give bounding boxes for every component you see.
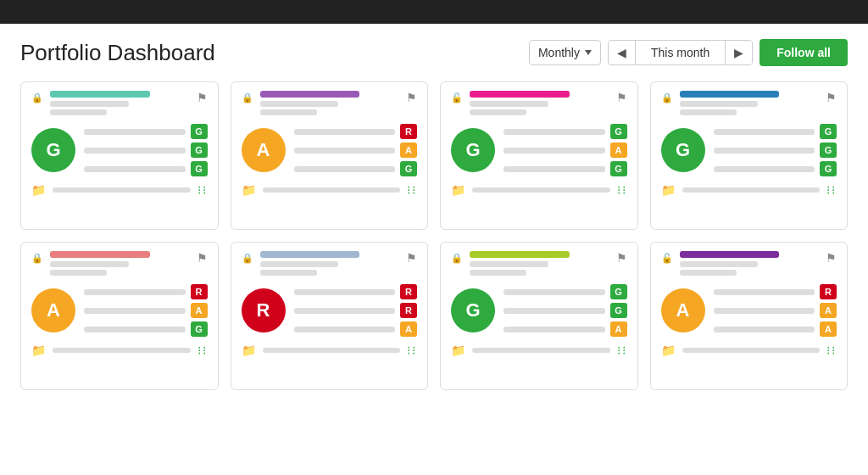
grid-dots-icon: ⁝⁝ xyxy=(198,344,208,357)
metric-badge-a: A xyxy=(400,321,417,337)
portfolio-card[interactable]: 🔒 ⚑ G G G xyxy=(440,242,638,390)
grid-dots-icon: ⁝⁝ xyxy=(826,183,837,197)
card-title-line xyxy=(50,251,150,258)
metric-line xyxy=(294,129,396,135)
portfolio-card[interactable]: 🔓 ⚑ A R A xyxy=(650,242,849,390)
metric-badge-r: R xyxy=(400,284,417,299)
portfolio-card[interactable]: 🔒 ⚑ G G G xyxy=(650,81,849,230)
folder-icon: 📁 xyxy=(242,344,256,357)
lock-icon: 🔒 xyxy=(31,92,43,103)
grid-dots-icon: ⁝⁝ xyxy=(407,183,417,197)
card-title-bar xyxy=(470,91,613,115)
period-dropdown[interactable]: Monthly xyxy=(529,40,601,65)
metrics-list: R A G xyxy=(294,124,418,176)
card-body: G G A G xyxy=(451,124,627,176)
metric-row: G xyxy=(84,321,208,337)
flag-icon: ⚑ xyxy=(616,251,627,265)
metric-row: R xyxy=(294,303,418,318)
status-circle: G xyxy=(661,128,705,172)
portfolio-card[interactable]: 🔒 ⚑ A R A xyxy=(231,81,429,230)
card-body: R R R A xyxy=(242,284,418,337)
metric-row: G xyxy=(504,124,627,139)
metric-badge-g: G xyxy=(610,124,627,139)
card-top: 🔒 ⚑ xyxy=(451,251,627,276)
card-subtitle-lines xyxy=(470,261,613,276)
footer-line xyxy=(472,348,610,353)
metric-row: G xyxy=(504,284,627,299)
metric-line xyxy=(294,289,396,295)
portfolio-card[interactable]: 🔒 ⚑ G G G xyxy=(20,81,219,230)
metric-line xyxy=(714,148,815,154)
portfolio-card[interactable]: 🔒 ⚑ A R A xyxy=(20,242,219,390)
card-footer: 📁 ⁝⁝ xyxy=(31,183,208,197)
metric-row: A xyxy=(714,303,837,318)
metric-badge-a: A xyxy=(610,142,627,158)
metric-badge-r: R xyxy=(820,284,837,299)
portfolio-card[interactable]: 🔒 ⚑ R R R xyxy=(231,242,429,390)
status-circle: G xyxy=(451,128,495,172)
card-top: 🔓 ⚑ xyxy=(451,91,627,115)
card-footer: 📁 ⁝⁝ xyxy=(451,183,627,197)
folder-icon: 📁 xyxy=(242,183,256,197)
metric-line xyxy=(504,327,605,332)
card-title-bar xyxy=(260,251,403,276)
metric-line xyxy=(714,308,815,314)
period-label: Monthly xyxy=(538,46,580,59)
prev-month-button[interactable]: ◀ xyxy=(609,41,635,64)
status-circle: A xyxy=(661,288,705,332)
card-subtitle-lines xyxy=(680,261,823,276)
card-title-bar xyxy=(260,91,403,115)
metric-row: G xyxy=(714,161,837,176)
card-title-line xyxy=(680,251,780,258)
metric-badge-g: G xyxy=(191,124,208,139)
metric-badge-g: G xyxy=(191,321,208,337)
chevron-down-icon xyxy=(585,50,592,55)
card-subtitle-lines xyxy=(50,101,193,115)
metric-line xyxy=(294,166,396,172)
metric-row: G xyxy=(84,142,208,158)
next-month-button[interactable]: ▶ xyxy=(726,41,752,64)
metric-line xyxy=(294,148,396,154)
folder-icon: 📁 xyxy=(451,183,465,197)
metrics-list: G G G xyxy=(84,124,208,176)
metric-badge-g: G xyxy=(610,161,627,176)
metrics-list: R A A xyxy=(714,284,837,337)
metric-badge-a: A xyxy=(610,321,627,337)
metrics-list: G A G xyxy=(504,124,627,176)
card-title-line xyxy=(470,91,570,98)
metric-badge-a: A xyxy=(820,321,837,337)
page-title: Portfolio Dashboard xyxy=(20,40,215,66)
footer-line xyxy=(263,348,401,353)
metric-line xyxy=(504,148,605,154)
card-line xyxy=(260,261,339,267)
card-subtitle-lines xyxy=(260,261,403,276)
metric-badge-r: R xyxy=(191,284,208,299)
folder-icon: 📁 xyxy=(31,344,46,357)
footer-line xyxy=(682,348,821,353)
metric-line xyxy=(84,308,186,314)
metric-row: G xyxy=(714,124,837,139)
card-title-bar xyxy=(470,251,613,276)
metric-line xyxy=(504,289,605,295)
metric-row: G xyxy=(84,124,208,139)
metric-line xyxy=(84,129,186,135)
lock-icon: 🔒 xyxy=(661,92,673,103)
grid-dots-icon: ⁝⁝ xyxy=(826,344,837,357)
metric-line xyxy=(84,166,186,172)
grid-dots-icon: ⁝⁝ xyxy=(198,183,208,197)
metrics-list: G G A xyxy=(504,284,627,337)
metric-row: G xyxy=(84,161,208,176)
metric-row: R xyxy=(294,124,418,139)
portfolio-card[interactable]: 🔓 ⚑ G G A xyxy=(440,81,638,230)
flag-icon: ⚑ xyxy=(197,251,208,265)
lock-icon: 🔒 xyxy=(451,253,463,264)
follow-all-button[interactable]: Follow all xyxy=(760,39,848,66)
status-circle: A xyxy=(242,128,286,172)
metric-line xyxy=(84,148,186,154)
metric-row: A xyxy=(504,142,627,158)
card-line xyxy=(260,101,339,107)
card-title-bar xyxy=(50,91,193,115)
metric-row: G xyxy=(294,161,418,176)
controls: Monthly ◀ This month ▶ Follow all xyxy=(529,39,848,66)
metric-badge-a: A xyxy=(191,303,208,318)
